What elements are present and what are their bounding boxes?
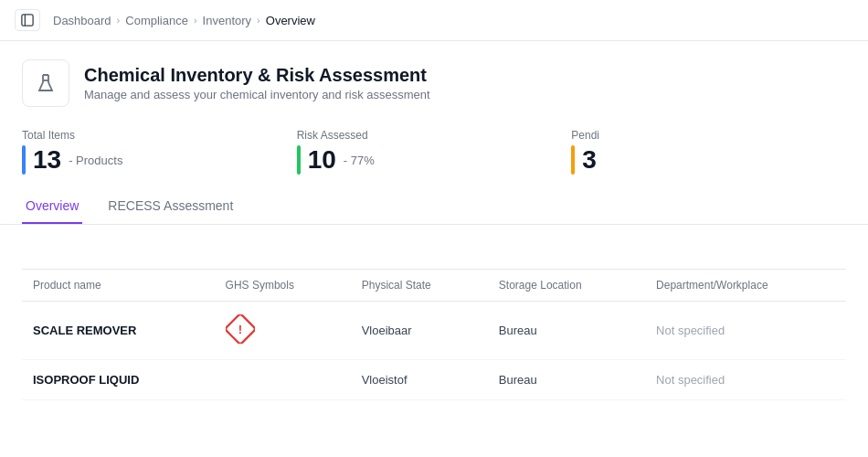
stat-pending-bar — [571, 145, 575, 175]
stat-risk-assessed: Risk Assessed 10 - 77% — [297, 129, 572, 175]
department-cell-1: Not specified — [645, 302, 846, 360]
physical-state-cell-1: Vloeibaar — [351, 302, 488, 360]
stat-total-items-label: Total Items — [22, 129, 297, 142]
stat-total-items-bar — [22, 145, 26, 175]
stat-risk-assessed-sub: - 77% — [344, 154, 375, 167]
inventory-table: Product name GHS Symbols Physical State … — [22, 269, 846, 400]
breadcrumb-compliance[interactable]: Compliance — [125, 14, 188, 27]
table-spacer — [22, 225, 846, 269]
svg-rect-0 — [22, 15, 33, 26]
stat-total-items: Total Items 13 - Products — [22, 129, 297, 175]
sidebar-toggle[interactable] — [15, 9, 40, 31]
tab-recess-assessment[interactable]: RECESS Assessment — [104, 189, 237, 224]
ghs-symbol-cell-1: ! — [215, 302, 351, 360]
stat-pending-label: Pendi — [571, 129, 846, 142]
flask-icon — [35, 72, 57, 94]
topbar: Dashboard › Compliance › Inventory › Ove… — [0, 0, 868, 41]
page-subtitle: Manage and assess your chemical inventor… — [84, 88, 430, 101]
breadcrumb-sep-3: › — [257, 15, 260, 26]
product-name-cell: SCALE REMOVER — [22, 302, 215, 360]
ghs-symbol-cell-2 — [215, 360, 351, 400]
header-text-block: Chemical Inventory & Risk Assessment Man… — [84, 65, 430, 101]
breadcrumb-dashboard[interactable]: Dashboard — [53, 14, 111, 27]
stat-pending-value-row: 3 — [571, 145, 846, 175]
breadcrumb-sep-1: › — [117, 15, 121, 26]
stat-pending-number: 3 — [582, 145, 597, 175]
department-cell-2: Not specified — [645, 360, 846, 400]
stat-risk-assessed-bar — [297, 145, 301, 175]
col-department: Department/Workplace — [645, 270, 846, 302]
product-name-cell: ISOPROOF LIQUID — [22, 360, 215, 400]
storage-location-cell-1: Bureau — [488, 302, 645, 360]
stat-total-items-number: 13 — [33, 145, 61, 175]
breadcrumb-inventory[interactable]: Inventory — [203, 14, 251, 27]
col-ghs-symbols: GHS Symbols — [215, 270, 351, 302]
stats-row: Total Items 13 - Products Risk Assessed … — [0, 122, 868, 189]
stat-total-items-value-row: 13 - Products — [22, 145, 297, 175]
table-section: Product name GHS Symbols Physical State … — [0, 225, 868, 400]
page-header: Chemical Inventory & Risk Assessment Man… — [0, 41, 868, 122]
svg-text:!: ! — [238, 323, 241, 336]
breadcrumb-overview: Overview — [266, 14, 315, 27]
stat-risk-assessed-number: 10 — [308, 145, 336, 175]
col-product-name: Product name — [22, 270, 215, 302]
col-physical-state: Physical State — [351, 270, 488, 302]
exclamation-diamond-icon: ! — [226, 314, 255, 344]
table-header-row: Product name GHS Symbols Physical State … — [22, 270, 846, 302]
physical-state-cell-2: Vloeistof — [351, 360, 488, 400]
stat-risk-assessed-label: Risk Assessed — [297, 129, 572, 142]
breadcrumb-sep-2: › — [194, 15, 197, 26]
table-row: ISOPROOF LIQUID Vloeistof Bureau Not spe… — [22, 360, 846, 400]
tab-overview[interactable]: Overview — [22, 189, 82, 224]
page-title: Chemical Inventory & Risk Assessment — [84, 65, 430, 86]
stat-risk-assessed-value-row: 10 - 77% — [297, 145, 572, 175]
storage-location-cell-2: Bureau — [488, 360, 645, 400]
table-row: SCALE REMOVER ! Vloeibaar Bureau Not spe… — [22, 302, 846, 360]
tabs-row: Overview RECESS Assessment — [0, 189, 868, 225]
stat-pending: Pendi 3 — [571, 129, 846, 175]
app-icon — [22, 59, 69, 107]
col-storage-location: Storage Location — [488, 270, 645, 302]
stat-total-items-sub: - Products — [69, 154, 122, 167]
